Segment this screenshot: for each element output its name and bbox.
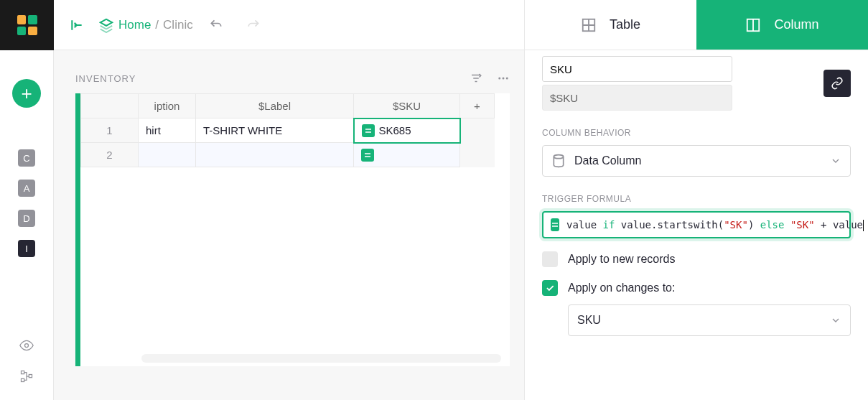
corner-cell bbox=[81, 94, 139, 118]
more-icon[interactable] bbox=[497, 72, 510, 85]
page-c[interactable]: C bbox=[18, 149, 35, 167]
select-value: Data Column bbox=[574, 154, 641, 167]
add-column-button[interactable]: + bbox=[460, 94, 495, 118]
svg-point-9 bbox=[503, 78, 505, 80]
app-logo[interactable] bbox=[0, 0, 54, 50]
checkbox-label: Apply to new records bbox=[568, 253, 675, 266]
grid[interactable]: iption $Label $SKU + 1 hirt T-SHIRT WHIT… bbox=[75, 93, 510, 366]
col-header-description[interactable]: iption bbox=[139, 94, 196, 118]
section-title: INVENTORY bbox=[75, 72, 510, 85]
table-row[interactable]: 2 bbox=[81, 143, 495, 167]
tab-table[interactable]: Table bbox=[525, 0, 696, 50]
redo-icon[interactable] bbox=[239, 11, 268, 39]
row-number[interactable]: 2 bbox=[81, 143, 139, 167]
svg-point-13 bbox=[554, 155, 563, 159]
cell-label[interactable] bbox=[196, 151, 353, 159]
row-number[interactable]: 1 bbox=[81, 118, 139, 143]
column-name-input[interactable] bbox=[542, 56, 732, 82]
formula-badge-icon bbox=[362, 124, 375, 137]
col-header-label[interactable]: $Label bbox=[196, 94, 354, 118]
apply-changes-checkbox[interactable]: Apply on changes to: bbox=[542, 280, 851, 296]
horizontal-scrollbar[interactable] bbox=[141, 354, 501, 363]
col-header-sku[interactable]: $SKU bbox=[354, 94, 460, 118]
page-i[interactable]: I bbox=[18, 240, 35, 257]
checkbox-unchecked-icon bbox=[542, 251, 558, 267]
apply-new-checkbox[interactable]: Apply to new records bbox=[542, 251, 851, 267]
cell-label[interactable]: T-SHIRT WHITE bbox=[196, 120, 353, 141]
section-title-text: INVENTORY bbox=[75, 73, 136, 84]
undo-icon[interactable] bbox=[202, 11, 230, 39]
tab-label: Table bbox=[610, 17, 640, 32]
link-icon[interactable] bbox=[823, 70, 851, 97]
database-icon bbox=[551, 154, 566, 168]
formula-code: value if value.startswith("SK") else "SK… bbox=[566, 219, 864, 231]
trigger-label: TRIGGER FORMULA bbox=[542, 194, 851, 204]
svg-point-4 bbox=[25, 344, 29, 348]
column-icon bbox=[745, 17, 761, 33]
formula-badge-icon bbox=[551, 218, 559, 231]
svg-point-8 bbox=[498, 78, 500, 80]
breadcrumb-current[interactable]: Clinic bbox=[163, 18, 193, 32]
right-panel: Table Column COLUMN BEHAVIOR Data Column… bbox=[524, 0, 868, 400]
add-button[interactable]: + bbox=[12, 79, 41, 108]
table-row[interactable]: 1 hirt T-SHIRT WHITE SK685 bbox=[81, 118, 495, 143]
svg-rect-5 bbox=[22, 371, 24, 374]
structure-icon[interactable] bbox=[19, 369, 34, 386]
cell-sku[interactable] bbox=[354, 143, 460, 167]
cell-desc[interactable]: hirt bbox=[139, 120, 195, 141]
behavior-label: COLUMN BEHAVIOR bbox=[542, 128, 851, 138]
formula-badge-icon bbox=[361, 149, 374, 162]
tab-column[interactable]: Column bbox=[696, 0, 868, 50]
svg-rect-7 bbox=[29, 375, 32, 378]
column-id-input bbox=[542, 85, 732, 111]
filter-icon[interactable] bbox=[470, 72, 482, 85]
breadcrumb: Home / Clinic bbox=[98, 17, 193, 33]
cell-sku-selected[interactable]: SK685 bbox=[354, 118, 460, 143]
pages-icon[interactable] bbox=[98, 17, 114, 33]
behavior-select[interactable]: Data Column bbox=[542, 145, 851, 177]
chevron-down-icon bbox=[830, 155, 841, 167]
tab-label: Column bbox=[774, 17, 818, 32]
page-d[interactable]: D bbox=[18, 210, 35, 227]
changes-field-select[interactable]: SKU bbox=[568, 304, 851, 336]
main-area: INVENTORY iption $Label $SKU + 1 hirt T-… bbox=[54, 50, 524, 400]
page-a[interactable]: A bbox=[18, 180, 35, 197]
breadcrumb-separator: / bbox=[155, 18, 159, 32]
formula-input[interactable]: value if value.startswith("SK") else "SK… bbox=[542, 211, 851, 238]
cell-value: SK685 bbox=[379, 124, 411, 136]
svg-rect-6 bbox=[22, 378, 24, 381]
expand-left-icon[interactable] bbox=[62, 11, 91, 39]
checkbox-label: Apply on changes to: bbox=[568, 282, 675, 294]
cell-desc[interactable] bbox=[139, 151, 195, 159]
breadcrumb-home[interactable]: Home bbox=[118, 18, 151, 32]
svg-point-10 bbox=[506, 78, 508, 80]
table-icon bbox=[581, 17, 597, 33]
left-sidebar: + C A D I bbox=[0, 50, 54, 400]
select-value: SKU bbox=[577, 314, 601, 327]
checkbox-checked-icon bbox=[542, 280, 558, 296]
chevron-down-icon bbox=[830, 315, 841, 326]
eye-icon[interactable] bbox=[19, 338, 34, 355]
